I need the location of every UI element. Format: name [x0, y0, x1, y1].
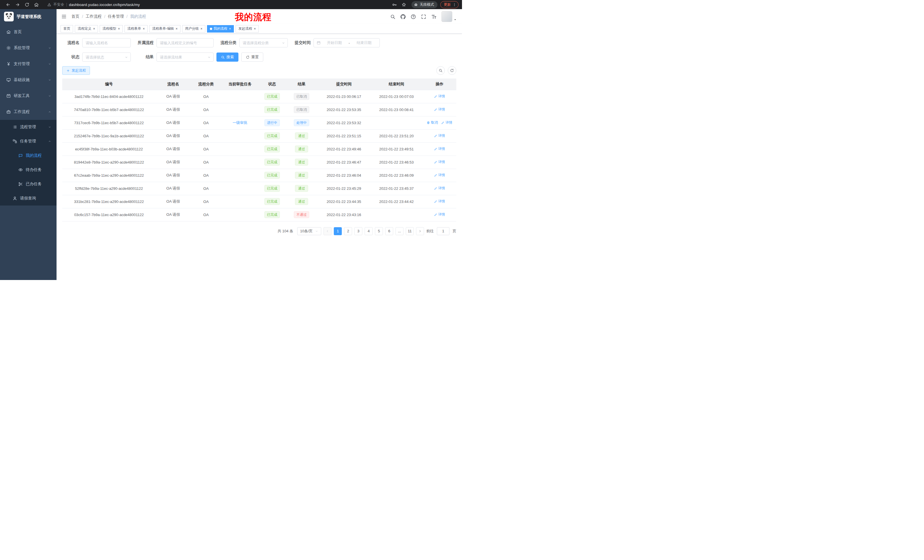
- sidebar-item-10[interactable]: 已办任务: [0, 177, 57, 191]
- hamburger-icon[interactable]: [61, 14, 67, 19]
- address-bar[interactable]: 不安全 dashboard.yudao.iocoder.cn/bpm/task/…: [47, 2, 386, 7]
- user-avatar[interactable]: [441, 11, 457, 22]
- action-detail-link[interactable]: 详情: [434, 133, 445, 138]
- page-button-1[interactable]: 1: [334, 227, 342, 235]
- tab-0[interactable]: 首页: [60, 25, 73, 33]
- action-detail-link[interactable]: 详情: [434, 173, 445, 178]
- more-pages-button[interactable]: ...: [396, 227, 404, 235]
- github-icon[interactable]: [400, 14, 406, 19]
- page-button-4[interactable]: 4: [364, 227, 373, 235]
- browser-menu-dots-icon[interactable]: [453, 3, 456, 7]
- password-key-icon[interactable]: [392, 2, 397, 7]
- tab-close-icon[interactable]: ×: [200, 27, 202, 30]
- breadcrumb-item[interactable]: 首页: [71, 14, 80, 19]
- action-detail-link[interactable]: 详情: [434, 212, 445, 217]
- action-detail-link[interactable]: 详情: [434, 107, 445, 112]
- category-select[interactable]: [239, 38, 288, 47]
- prev-page-button[interactable]: [324, 227, 332, 235]
- fullscreen-icon[interactable]: [421, 14, 426, 19]
- tab-close-icon[interactable]: ×: [176, 27, 178, 30]
- category-select-input[interactable]: [239, 38, 288, 47]
- tab-close-icon[interactable]: ×: [93, 27, 95, 30]
- sidebar-item-7[interactable]: 任务管理: [0, 134, 57, 148]
- list-icon: [13, 125, 17, 129]
- result-badge: 通过: [295, 145, 308, 153]
- refresh-table-button[interactable]: [448, 66, 456, 75]
- action-detail-link[interactable]: 详情: [441, 120, 452, 125]
- tab-close-icon[interactable]: ×: [229, 27, 231, 30]
- page-button-11[interactable]: 11: [406, 227, 414, 235]
- toggle-search-button[interactable]: [436, 66, 445, 75]
- submit-time-range-picker[interactable]: 开始日期 - 结束日期: [314, 38, 380, 47]
- page-button-2[interactable]: 2: [344, 227, 352, 235]
- tab-3[interactable]: 流程表单×: [124, 25, 148, 33]
- tab-close-icon[interactable]: ×: [254, 27, 256, 30]
- status-select-input[interactable]: [82, 52, 131, 61]
- filter-form: 流程名 所属流程 流程分类 提交时间 开始日期 - 结束日期: [62, 38, 456, 61]
- result-badge: 通过: [295, 198, 308, 205]
- next-page-button[interactable]: [416, 227, 424, 235]
- browser-back-icon[interactable]: [6, 2, 10, 7]
- page-button-5[interactable]: 5: [375, 227, 383, 235]
- browser-forward-icon[interactable]: [15, 2, 20, 7]
- tab-label: 我的流程: [214, 26, 227, 31]
- sidebar-item-6[interactable]: 流程管理: [0, 120, 57, 134]
- action-detail-link[interactable]: 详情: [434, 94, 445, 99]
- sidebar-item-label: 支付管理: [14, 61, 45, 66]
- sidebar-item-11[interactable]: 请假查询: [0, 191, 57, 205]
- page-button-3[interactable]: 3: [354, 227, 362, 235]
- avatar-image[interactable]: [441, 11, 452, 22]
- sidebar-item-2[interactable]: 支付管理: [0, 56, 57, 72]
- sidebar-item-0[interactable]: 首页: [0, 24, 57, 40]
- browser-reload-icon[interactable]: [24, 2, 29, 7]
- process-name-input[interactable]: [82, 38, 131, 47]
- breadcrumb-item[interactable]: 工作流程: [86, 14, 102, 19]
- sidebar-item-9[interactable]: 待办任务: [0, 163, 57, 177]
- create-process-button[interactable]: 发起流程: [62, 66, 90, 75]
- tab-1[interactable]: 流程定义×: [75, 25, 98, 33]
- start-date-placeholder[interactable]: 开始日期: [322, 40, 347, 45]
- action-detail-link[interactable]: 详情: [434, 147, 445, 151]
- help-icon[interactable]: [411, 14, 416, 19]
- tab-close-icon[interactable]: ×: [142, 27, 145, 30]
- security-label[interactable]: 不安全: [53, 2, 64, 7]
- process-definition-input[interactable]: [156, 38, 214, 47]
- goto-page-input[interactable]: [437, 227, 449, 235]
- breadcrumb-item[interactable]: 任务管理: [108, 14, 124, 19]
- current-task-link[interactable]: 一级审批: [233, 120, 248, 125]
- tab-2[interactable]: 流程模型×: [100, 25, 123, 33]
- tab-4[interactable]: 流程表单-编辑×: [149, 25, 180, 33]
- cell-task: [221, 156, 259, 169]
- status-select[interactable]: [82, 52, 131, 61]
- breadcrumb-item[interactable]: 我的流程: [130, 14, 146, 19]
- tab-6[interactable]: 我的流程×: [207, 25, 234, 33]
- action-cancel-link[interactable]: 取消: [427, 120, 438, 125]
- page-size-select[interactable]: 10条/页: [297, 227, 321, 235]
- sidebar-item-1[interactable]: 系统管理: [0, 40, 57, 56]
- result-select[interactable]: [156, 52, 214, 61]
- page-button-6[interactable]: 6: [385, 227, 393, 235]
- bookmark-star-icon[interactable]: [402, 2, 406, 7]
- tab-close-icon[interactable]: ×: [118, 27, 120, 30]
- sidebar-item-5[interactable]: 工作流程: [0, 104, 57, 120]
- url-text[interactable]: dashboard.yudao.iocoder.cn/bpm/task/my: [69, 3, 140, 7]
- action-detail-link[interactable]: 详情: [434, 160, 445, 165]
- tab-7[interactable]: 发起流程×: [236, 25, 259, 33]
- result-select-input[interactable]: [156, 52, 214, 61]
- action-detail-link[interactable]: 详情: [434, 186, 445, 191]
- browser-home-icon[interactable]: [34, 2, 39, 7]
- cell-result: 不通过: [285, 208, 318, 221]
- font-size-icon[interactable]: [431, 14, 436, 19]
- browser-update-button[interactable]: 更新: [440, 1, 459, 8]
- sidebar-item-8[interactable]: 我的流程: [0, 148, 57, 163]
- header-search-icon[interactable]: [390, 14, 396, 19]
- tab-5[interactable]: 用户分组×: [182, 25, 205, 33]
- logo-row[interactable]: 芋道管理系统: [0, 9, 57, 24]
- action-detail-link[interactable]: 详情: [434, 199, 445, 204]
- reset-button[interactable]: 重置: [241, 52, 263, 61]
- cell-task: [221, 169, 259, 182]
- search-button[interactable]: 搜索: [216, 52, 238, 61]
- end-date-placeholder[interactable]: 结束日期: [351, 40, 376, 45]
- sidebar-item-3[interactable]: 基础设施: [0, 72, 57, 88]
- sidebar-item-4[interactable]: 研发工具: [0, 88, 57, 104]
